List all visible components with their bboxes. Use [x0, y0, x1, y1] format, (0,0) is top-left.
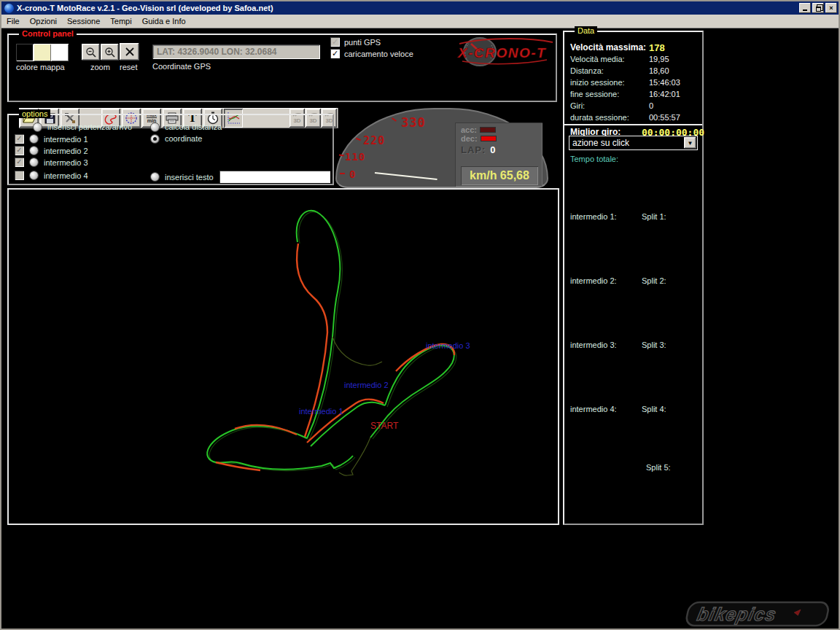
app-icon: [4, 4, 14, 13]
caricamento-veloce-checkbox[interactable]: ✓: [330, 49, 340, 58]
zoom-label: zoom: [90, 63, 110, 71]
menu-bar: File Opzioni Sessione Tempi Guida e Info: [1, 15, 839, 28]
option-coordinate-row: coordinate: [151, 134, 202, 143]
coordinate-radio[interactable]: [151, 135, 159, 143]
menu-sessione[interactable]: Sessione: [62, 15, 105, 27]
inizio-sessione-label: inizio sessione:: [570, 78, 625, 87]
caricamento-veloce-label: caricamento veloce: [344, 50, 413, 58]
reset-x-icon: [125, 47, 135, 57]
data-panel: Data Velocità massima:178 Velocità media…: [563, 31, 704, 525]
velocita-media-label: Velocità media:: [570, 55, 625, 63]
menu-guida[interactable]: Guida e Info: [137, 15, 191, 27]
track-map-panel[interactable]: intermedio 1 intermedio 2 intermedio 3 S…: [7, 188, 559, 525]
velocita-media-value: 19,95: [649, 55, 669, 63]
option-intermedio2-row: ✓ intermedio 2: [15, 146, 88, 155]
intermedio1-checkbox[interactable]: ✓: [15, 134, 24, 144]
intermedio4-radio[interactable]: [30, 171, 38, 179]
punti-gps-checkbox[interactable]: ✓: [330, 37, 340, 47]
intermedio2-checkbox[interactable]: ✓: [15, 146, 24, 155]
testo-input[interactable]: [219, 171, 330, 183]
lap-label: LAP:: [461, 144, 486, 155]
gauge-tick-mark: [339, 154, 344, 156]
option-intermedio4-row: intermedio 4: [15, 171, 88, 180]
intermedio1-radio[interactable]: [30, 135, 38, 143]
gauge-tick-0: 0: [349, 168, 356, 180]
reset-button[interactable]: [120, 43, 139, 61]
acc-label: acc:: [461, 125, 477, 134]
bikepics-watermark: bikepics: [682, 599, 835, 629]
azione-combobox[interactable]: azione su click ▼: [569, 136, 698, 150]
intermedio2-radio[interactable]: [30, 147, 38, 155]
restore-button[interactable]: [812, 3, 824, 13]
punti-gps-label: punti GPS: [344, 38, 381, 47]
close-button[interactable]: ×: [825, 3, 837, 13]
inserisci-testo-radio[interactable]: [151, 173, 159, 181]
zoom-out-icon: [85, 47, 97, 58]
reset-label: reset: [120, 63, 137, 71]
track-green-trace: [207, 211, 454, 470]
title-bar[interactable]: X-crono-T MotoRace v.2.1 - Geo-Vision sr…: [1, 1, 839, 15]
zoom-in-icon: [104, 47, 116, 58]
gps-coordinates-field[interactable]: LAT: 4326.9040 LON: 32.0684: [152, 44, 320, 59]
calcola-distanza-radio[interactable]: [151, 123, 159, 131]
gauge-needle: [375, 172, 438, 180]
gauge-tick-330: 330: [401, 115, 426, 130]
punti-gps-row: ✓ punti GPS: [330, 37, 381, 47]
zoom-in-button[interactable]: [101, 44, 119, 61]
intermedio3-radio[interactable]: [30, 158, 38, 166]
speedometer-gauge: 330 220 110 0 acc: dec: LAP:0 km/h 65,68: [335, 108, 548, 188]
options-group: options inserisci partenza/arrivo ✓ inte…: [7, 114, 334, 185]
intermedio1-label: intermedio 1: [44, 135, 88, 144]
distanza-label: Distanza:: [570, 66, 604, 75]
track-map: intermedio 1 intermedio 2 intermedio 3 S…: [9, 190, 558, 524]
minimize-button[interactable]: [799, 3, 811, 13]
xcronot-logo-image: X-CRONO-T: [445, 35, 554, 69]
option-intermedio3-row: ✓ intermedio 3: [15, 158, 88, 167]
calcola-distanza-label: calcola distanza: [165, 122, 222, 131]
intermedio2-split-label: intermedio 2:: [570, 276, 617, 285]
intermedio3-checkbox[interactable]: ✓: [15, 158, 24, 167]
option-intermedio1-row: ✓ intermedio 1: [15, 134, 88, 144]
velocita-massima-label: Velocità massima:: [570, 42, 646, 52]
gauge-info-panel: acc: dec: LAP:0 km/h 65,68: [455, 122, 542, 187]
swatch-black[interactable]: [16, 44, 34, 61]
swatch-cream[interactable]: [34, 44, 51, 61]
menu-opzioni[interactable]: Opzioni: [25, 15, 62, 27]
swatch-white[interactable]: [51, 44, 69, 61]
intermedio1-split-label: intermedio 1:: [570, 212, 617, 221]
durata-sessione-label: durata sessione:: [570, 113, 629, 122]
bikepics-text: bikepics: [696, 604, 779, 624]
intermedio4-checkbox[interactable]: [15, 171, 24, 180]
fine-sessione-value: 16:42:01: [649, 90, 680, 98]
map-color-swatches: [16, 44, 69, 61]
restore-icon: [816, 7, 821, 12]
tempo-totale-label: Tempo totale:: [570, 155, 618, 163]
split4-label: Split 4:: [642, 405, 666, 413]
coordinate-label: coordinate: [165, 134, 202, 143]
split2-label: Split 2:: [642, 276, 666, 285]
speed-value: km/h 65,68: [470, 169, 529, 182]
menu-tempi[interactable]: Tempi: [105, 15, 136, 27]
zoom-out-button[interactable]: [82, 44, 100, 61]
dec-led: [481, 136, 497, 141]
track-orange-trace: [216, 244, 454, 470]
map-label-intermedio3: intermedio 3: [426, 341, 470, 350]
menu-file[interactable]: File: [1, 15, 25, 27]
velocita-massima-value: 178: [649, 42, 665, 53]
option-distanza-row: calcola distanza: [151, 122, 222, 131]
dec-row: dec:: [461, 134, 497, 143]
combobox-dropdown-button[interactable]: ▼: [684, 137, 696, 149]
colore-mappa-label: colore mappa: [16, 63, 65, 71]
window-title: X-crono-T MotoRace v.2.1 - Geo-Vision sr…: [17, 4, 273, 12]
intermedio3-split-label: intermedio 3:: [570, 341, 617, 349]
partenza-label: inserisci partenza/arrivo: [47, 122, 132, 131]
inizio-sessione-value: 15:46:03: [649, 78, 680, 87]
partenza-radio[interactable]: [34, 123, 42, 131]
control-panel-label: Control panel: [19, 29, 77, 38]
map-label-intermedio1: intermedio 1: [299, 407, 343, 416]
gauge-tick-110: 110: [345, 151, 365, 163]
caricamento-row: ✓ caricamento veloce: [330, 49, 413, 58]
split3-label: Split 3:: [642, 341, 666, 349]
dec-label: dec:: [461, 134, 478, 143]
lap-row: LAP:0: [461, 144, 497, 155]
